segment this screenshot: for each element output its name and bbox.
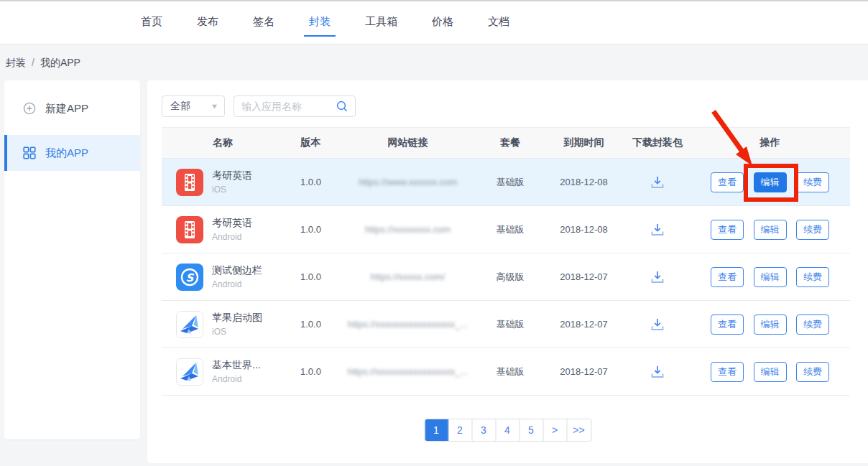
actions-cell: 查看 编辑 续费: [690, 172, 850, 192]
actions-cell: 查看 编辑 续费: [690, 267, 850, 287]
app-icon: [176, 311, 203, 338]
app-name: 苹果启动图: [212, 312, 262, 325]
edit-button[interactable]: 编辑: [754, 267, 787, 287]
table-body: 考研英语 iOS 1.0.0 https://www.xxxxxx.com 基础…: [162, 159, 850, 396]
search-input[interactable]: [241, 101, 336, 112]
edit-button[interactable]: 编辑: [754, 220, 787, 240]
page-button-2[interactable]: 2: [448, 419, 472, 441]
app-icon: [176, 358, 203, 386]
app-name-cell: S 测试侧边栏 Android: [162, 264, 284, 291]
col-header-name: 名称: [162, 136, 284, 149]
page-button-5[interactable]: 5: [520, 419, 543, 441]
film-app-icon: [176, 169, 203, 196]
edit-button[interactable]: 编辑: [754, 362, 787, 382]
download-icon[interactable]: [650, 175, 665, 190]
download-icon[interactable]: [650, 223, 665, 237]
app-name-cell: 基本世界... Android: [162, 358, 284, 386]
website-link-cell: https://xxxxxxxxxxxxxxxxx_...: [338, 319, 478, 330]
view-button[interactable]: 查看: [711, 314, 744, 335]
app-platform: iOS: [212, 327, 262, 337]
sidebar-item-my-app[interactable]: 我的APP: [4, 135, 140, 171]
app-version: 1.0.0: [284, 224, 338, 235]
pagination: 1 2 3 4 5 > >>: [424, 419, 591, 442]
film-app-icon: [176, 216, 203, 243]
chevron-down-icon: ▼: [211, 103, 219, 110]
app-icon: S: [176, 264, 203, 291]
category-dropdown[interactable]: 全部 ▼: [162, 95, 225, 117]
website-link-cell: https://xxxxx.com/: [338, 271, 478, 282]
plan-badge: 高级版: [478, 271, 542, 284]
app-table: 名称 版本 网站链接 套餐 到期时间 下载封装包 操作 考研英语: [162, 127, 850, 396]
table-row: 基本世界... Android 1.0.0 https://xxxxxxxxxx…: [162, 348, 850, 396]
app-name: 考研英语: [212, 169, 252, 182]
sidebar-item-new-app[interactable]: 新建APP: [4, 90, 140, 126]
page-next-button[interactable]: >: [543, 419, 567, 441]
s-circle-app-icon: S: [176, 264, 203, 291]
breadcrumb-section[interactable]: 封装: [6, 57, 26, 68]
expire-date: 2018-12-08: [542, 177, 625, 187]
search-box: [234, 95, 356, 117]
download-icon[interactable]: [650, 365, 665, 379]
actions-cell: 查看 编辑 续费: [690, 220, 850, 240]
renew-button[interactable]: 续费: [796, 362, 829, 382]
expire-date: 2018-12-07: [542, 366, 625, 377]
edit-button[interactable]: 编辑: [754, 314, 787, 335]
view-button[interactable]: 查看: [711, 220, 744, 240]
actions-cell: 查看 编辑 续费: [690, 362, 850, 382]
breadcrumb-separator: /: [32, 57, 34, 68]
col-header-version: 版本: [284, 136, 338, 149]
nav-item-home[interactable]: 首页: [141, 1, 162, 45]
col-header-expire: 到期时间: [542, 136, 625, 149]
website-link-blurred: https://xxxxxxxxxxxxxxxxx_...: [348, 366, 468, 377]
edit-button[interactable]: 编辑: [754, 172, 787, 192]
view-button[interactable]: 查看: [711, 267, 744, 287]
app-name: 测试侧边栏: [212, 264, 262, 277]
website-link-cell: https://www.xxxxxx.com: [338, 177, 478, 187]
plan-badge: 基础版: [478, 176, 542, 189]
renew-button[interactable]: 续费: [796, 220, 829, 240]
download-icon[interactable]: [650, 270, 665, 284]
app-version: 1.0.0: [284, 271, 338, 282]
page-last-button[interactable]: >>: [567, 419, 591, 441]
website-link-blurred: https://xxxxxxxxxxxxxxxxx_...: [348, 319, 468, 330]
search-icon[interactable]: [336, 100, 348, 113]
renew-button[interactable]: 续费: [796, 172, 829, 192]
app-version: 1.0.0: [284, 366, 338, 377]
app-icon: [176, 216, 203, 243]
plan-badge: 基础版: [478, 318, 542, 331]
renew-button[interactable]: 续费: [796, 267, 829, 287]
view-button[interactable]: 查看: [711, 172, 744, 192]
dropdown-value: 全部: [170, 100, 190, 113]
table-row: 考研英语 iOS 1.0.0 https://www.xxxxxx.com 基础…: [162, 159, 850, 206]
plan-badge: 基础版: [478, 223, 542, 236]
app-version: 1.0.0: [284, 319, 338, 330]
nav-item-price[interactable]: 价格: [432, 1, 453, 45]
page-button-3[interactable]: 3: [472, 419, 496, 441]
app-platform: Android: [212, 374, 261, 384]
nav-item-sign[interactable]: 签名: [253, 1, 274, 45]
filter-row: 全部 ▼: [162, 95, 356, 117]
view-button[interactable]: 查看: [711, 362, 744, 382]
expire-date: 2018-12-07: [542, 319, 625, 330]
download-cell: [625, 365, 690, 379]
breadcrumb-page: 我的APP: [40, 57, 80, 68]
download-cell: [625, 223, 690, 237]
top-nav: 首页 发布 签名 封装 工具箱 价格 文档: [0, 0, 868, 45]
page-button-1[interactable]: 1: [425, 419, 448, 441]
nav-item-publish[interactable]: 发布: [197, 1, 218, 45]
renew-button[interactable]: 续费: [796, 314, 829, 335]
app-platform: iOS: [212, 185, 252, 195]
download-cell: [625, 270, 690, 284]
nav-item-toolbox[interactable]: 工具箱: [365, 1, 397, 45]
app-platform: Android: [212, 232, 252, 242]
nav-item-docs[interactable]: 文档: [488, 1, 509, 45]
nav-item-package[interactable]: 封装: [309, 1, 331, 45]
app-name-cell: 考研英语 iOS: [162, 169, 284, 196]
col-header-link: 网站链接: [338, 136, 478, 149]
breadcrumb: 封装/我的APP: [0, 45, 80, 80]
actions-cell: 查看 编辑 续费: [690, 314, 850, 335]
download-icon[interactable]: [650, 317, 665, 332]
download-cell: [625, 175, 690, 190]
page-button-4[interactable]: 4: [496, 419, 520, 441]
app-icon: [176, 169, 203, 196]
